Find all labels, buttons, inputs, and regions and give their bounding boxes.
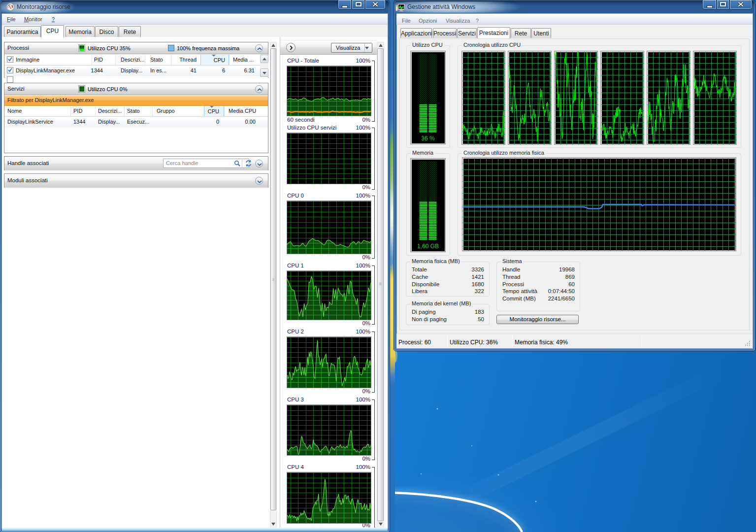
svg-text:36 %: 36 %	[421, 135, 435, 142]
svg-text:1,60 GB: 1,60 GB	[417, 243, 439, 250]
